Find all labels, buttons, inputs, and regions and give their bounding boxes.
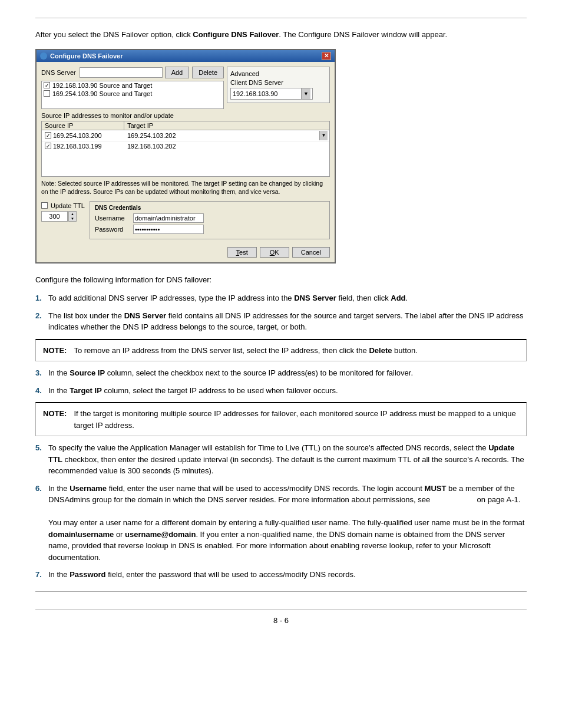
password-label: Password — [95, 226, 130, 233]
ttl-input-row: ▲ ▼ — [41, 211, 85, 222]
intro-paragraph: After you select the DNS Failover option… — [35, 29, 527, 41]
ip-checkbox-2[interactable] — [45, 143, 51, 149]
dns-btn-row: Add Delete — [165, 67, 224, 78]
step-7-number: 7. — [35, 569, 48, 581]
target-select-arrow-1[interactable]: ▼ — [319, 131, 328, 140]
dns-server-input[interactable] — [80, 67, 163, 78]
step-5-number: 5. — [35, 442, 48, 477]
password-row: Password — [95, 225, 325, 234]
dialog-close-button[interactable]: ✕ — [322, 52, 331, 60]
listbox-checkbox-2[interactable] — [44, 90, 50, 97]
step-3-text: In the Source IP column, select the chec… — [48, 367, 413, 379]
update-ttl-section: Update TTL ▲ ▼ — [41, 200, 85, 222]
step-4-number: 4. — [35, 385, 48, 397]
update-ttl-row: Update TTL — [41, 202, 85, 209]
listbox-item-1-text: 192.168.103.90 Source and Target — [52, 82, 152, 89]
dns-server-listbox[interactable]: 192.168.103.90 Source and Target 169.254… — [41, 81, 224, 109]
source-ip-section: Source IP addresses to monitor and/or up… — [41, 112, 330, 177]
dialog-footer: Test OK Cancel — [37, 244, 335, 262]
step-7: 7. In the Password field, enter the pass… — [35, 569, 527, 581]
test-button[interactable]: Test — [227, 247, 257, 258]
ttl-spin-down[interactable]: ▼ — [69, 216, 76, 221]
target-ip-col-header: Target IP — [124, 121, 329, 130]
page-footer: 8 - 6 — [35, 610, 527, 625]
step-5: 5. To specify the value the Application … — [35, 442, 527, 477]
page-number: 8 - 6 — [273, 616, 289, 625]
source-ip-col-header: Source IP — [42, 121, 124, 130]
username-row: Username — [95, 213, 325, 223]
top-section-row: DNS Server Add Delete 192.168.103.90 Sou… — [41, 67, 330, 109]
bottom-rule — [35, 591, 527, 592]
select-dropdown-arrow[interactable]: ▼ — [301, 88, 310, 99]
ip-table-body: 169.254.103.200 169.254.103.202 ▼ 192.16… — [41, 130, 330, 177]
dialog-titlebar: Configure DNS Failover ✕ — [37, 50, 335, 62]
ip-cell-target-2: 192.168.103.202 — [124, 142, 329, 150]
update-ttl-checkbox[interactable] — [41, 202, 48, 209]
titlebar-left: Configure DNS Failover — [40, 52, 123, 60]
listbox-item-1[interactable]: 192.168.103.90 Source and Target — [42, 81, 223, 90]
cancel-button[interactable]: Cancel — [292, 247, 330, 258]
step-2: 2. The list box under the DNS Server fie… — [35, 310, 527, 333]
step-3: 3. In the Source IP column, select the c… — [35, 367, 527, 379]
step-1-text: To add additional DNS server IP addresse… — [48, 292, 408, 304]
username-input[interactable] — [133, 213, 204, 223]
client-dns-label: Client DNS Server — [230, 79, 326, 86]
password-input[interactable] — [133, 225, 204, 234]
note-2-text: If the target is monitoring multiple sou… — [74, 408, 519, 431]
advanced-section: Advanced Client DNS Server 192.168.103.9… — [227, 67, 330, 103]
step-3-number: 3. — [35, 367, 48, 379]
configure-bold: Configure DNS Failover — [193, 30, 279, 39]
ok-button[interactable]: OK — [260, 247, 289, 258]
ip-table-header: Source IP Target IP — [41, 121, 330, 130]
globe-icon — [40, 52, 47, 60]
ip-cell-source-2: 192.168.103.199 — [42, 142, 124, 150]
note-1-label: NOTE: — [43, 345, 67, 357]
dns-server-row: DNS Server Add Delete — [41, 67, 224, 78]
ttl-spinner[interactable]: ▲ ▼ — [68, 211, 77, 222]
step-1: 1. To add additional DNS server IP addre… — [35, 292, 527, 304]
ttl-value-input[interactable] — [41, 211, 68, 222]
step-7-text: In the Password field, enter the passwor… — [48, 569, 356, 581]
steps-list-2: 3. In the Source IP column, select the c… — [35, 367, 527, 396]
dialog-title: Configure DNS Failover — [50, 52, 123, 60]
note-1-text: To remove an IP address from the DNS ser… — [74, 345, 417, 357]
page: After you select the DNS Failover option… — [0, 0, 562, 648]
listbox-item-2[interactable]: 169.254.103.90 Source and Target — [42, 90, 223, 98]
step-2-number: 2. — [35, 310, 48, 333]
source-ip-1: 169.254.103.200 — [53, 132, 102, 139]
step-2-text: The list box under the DNS Server field … — [48, 310, 527, 333]
ip-checkbox-1[interactable] — [45, 132, 51, 139]
step-1-number: 1. — [35, 292, 48, 304]
username-label: Username — [95, 215, 130, 222]
dns-server-section: DNS Server Add Delete 192.168.103.90 Sou… — [41, 67, 224, 109]
note-box-2: NOTE: If the target is monitoring multip… — [35, 402, 527, 436]
ip-row-2[interactable]: 192.168.103.199 192.168.103.202 — [42, 141, 329, 151]
source-ip-section-label: Source IP addresses to monitor and/or up… — [41, 112, 330, 119]
note-2-label: NOTE: — [43, 408, 67, 431]
dialog-wrapper: Configure DNS Failover ✕ DNS Server Add … — [35, 49, 527, 263]
dialog-note-text: Note: Selected source IP addresses will … — [41, 179, 330, 196]
configure-intro: Configure the following information for … — [35, 274, 527, 286]
dialog-body: DNS Server Add Delete 192.168.103.90 Sou… — [37, 62, 335, 244]
steps-list-3: 5. To specify the value the Application … — [35, 442, 527, 581]
steps-list: 1. To add additional DNS server IP addre… — [35, 292, 527, 333]
source-ip-2: 192.168.103.199 — [53, 143, 102, 150]
step-6: 6. In the Username field, enter the user… — [35, 483, 527, 564]
ttl-spin-up[interactable]: ▲ — [69, 212, 76, 216]
dns-credentials-box: DNS Credentials Username Password — [90, 201, 330, 239]
step-4: 4. In the Target IP column, select the t… — [35, 385, 527, 397]
bottom-section: Update TTL ▲ ▼ DNS Credentials — [41, 200, 330, 239]
advanced-label: Advanced — [230, 70, 326, 77]
listbox-checkbox-1[interactable] — [44, 82, 50, 88]
step-5-text: To specify the value the Application Man… — [48, 442, 527, 477]
ip-row-1[interactable]: 169.254.103.200 169.254.103.202 ▼ — [42, 130, 329, 141]
add-button[interactable]: Add — [165, 67, 190, 78]
step-6-number: 6. — [35, 483, 48, 564]
delete-button[interactable]: Delete — [192, 67, 224, 78]
step-6-text: In the Username field, enter the user na… — [48, 483, 527, 564]
update-ttl-label: Update TTL — [51, 202, 85, 209]
note-box-1: NOTE: To remove an IP address from the D… — [35, 339, 527, 362]
dns-server-label: DNS Server — [41, 69, 76, 76]
client-dns-select[interactable]: 192.168.103.90 ▼ — [230, 88, 313, 100]
listbox-item-2-text: 169.254.103.90 Source and Target — [52, 90, 152, 97]
